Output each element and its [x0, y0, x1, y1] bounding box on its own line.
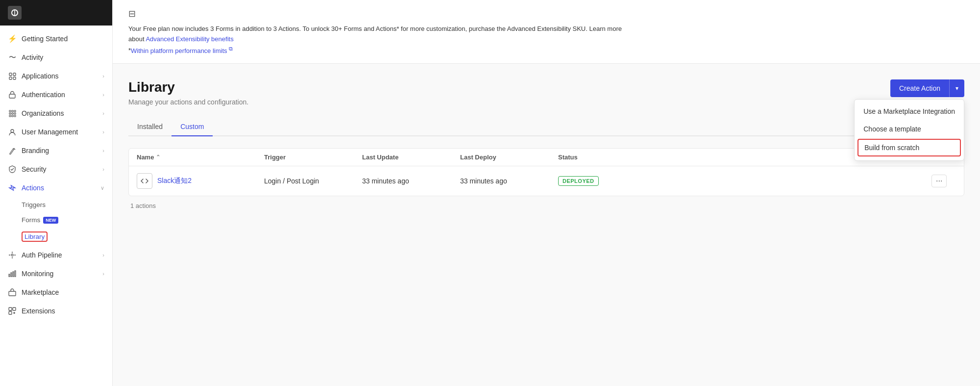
perf-link-text: Within platform performance limits	[131, 47, 227, 54]
page-title-group: Library Manage your actions and configur…	[128, 79, 248, 106]
sidebar-label-activity: Activity	[22, 53, 43, 61]
actions-count: 1 actions	[128, 202, 964, 209]
chevron-actions-icon: ∨	[100, 185, 104, 191]
svg-point-16	[11, 129, 14, 132]
chevron-organizations-icon: ›	[102, 110, 104, 116]
svg-rect-18	[9, 274, 10, 277]
auth-pipeline-icon	[8, 251, 17, 259]
user-management-icon	[8, 128, 17, 136]
svg-rect-9	[14, 110, 16, 112]
sidebar-label-marketplace: Marketplace	[22, 288, 59, 296]
table-row: Slack通知2 Login / Post Login 33 minutes a…	[129, 166, 964, 196]
sidebar-item-security[interactable]: Security ›	[0, 160, 112, 179]
chevron-auth-pipeline-icon: ›	[102, 252, 104, 258]
sidebar-item-monitoring[interactable]: Monitoring ›	[0, 264, 112, 283]
sidebar-item-extensions[interactable]: Extensions	[0, 302, 112, 320]
sidebar-item-organizations[interactable]: Organizations ›	[0, 104, 112, 123]
sidebar-item-user-management[interactable]: User Management ›	[0, 123, 112, 141]
performance-limits-link[interactable]: Within platform performance limits ⧉	[131, 47, 233, 54]
create-action-caret-button[interactable]: ▾	[949, 79, 964, 97]
page-body: Library Manage your actions and configur…	[113, 64, 980, 386]
svg-rect-20	[13, 272, 14, 277]
sidebar-label-monitoring: Monitoring	[22, 270, 53, 278]
code-icon	[137, 173, 152, 189]
sidebar-logo	[8, 6, 22, 20]
action-name-link[interactable]: Slack通知2	[157, 177, 192, 185]
sidebar-item-getting-started[interactable]: ⚡ Getting Started	[0, 29, 112, 48]
external-link-icon: ⧉	[229, 45, 233, 51]
svg-rect-7	[9, 110, 11, 112]
svg-point-17	[11, 254, 13, 256]
sidebar-item-branding[interactable]: Branding ›	[0, 141, 112, 160]
row-menu-button[interactable]: ···	[931, 175, 947, 187]
sidebar-item-auth-pipeline[interactable]: Auth Pipeline ›	[0, 246, 112, 264]
chevron-security-icon: ›	[102, 166, 104, 172]
dropdown-item-marketplace-integration[interactable]: Use a Marketplace Integration	[855, 103, 964, 120]
action-last-deploy: 33 minutes ago	[460, 177, 558, 185]
sidebar-sub-label-library: Library	[24, 233, 45, 240]
extensions-icon	[8, 307, 17, 315]
sidebar-label-applications: Applications	[22, 72, 59, 80]
col-name-label: Name	[137, 154, 154, 161]
page-subtitle: Manage your actions and configuration.	[128, 98, 248, 106]
create-action-dropdown: Use a Marketplace Integration Choose a t…	[854, 99, 964, 161]
advanced-extensibility-link[interactable]: Advanced Extensibility benefits	[146, 35, 233, 43]
sidebar-item-authentication[interactable]: Authentication ›	[0, 85, 112, 104]
banner-icon: ⊟	[128, 7, 964, 21]
page-title: Library	[128, 79, 248, 95]
chevron-applications-icon: ›	[102, 73, 104, 79]
lock-icon	[8, 90, 17, 99]
library-label-wrapper: Library	[22, 232, 48, 242]
sidebar-item-actions[interactable]: Actions ∨	[0, 179, 112, 197]
svg-rect-15	[14, 115, 16, 117]
lightning-icon: ⚡	[8, 34, 17, 43]
sidebar-label-organizations: Organizations	[22, 109, 64, 117]
action-menu-cell: ···	[931, 175, 956, 187]
sidebar-label-authentication: Authentication	[22, 91, 65, 99]
create-action-button[interactable]: Create Action	[890, 79, 949, 97]
sidebar-label-security: Security	[22, 165, 47, 173]
chevron-monitoring-icon: ›	[102, 271, 104, 277]
svg-rect-6	[9, 94, 15, 98]
svg-rect-14	[12, 115, 13, 117]
chevron-branding-icon: ›	[102, 148, 104, 154]
sidebar-sub-label-forms: Forms	[22, 216, 40, 224]
svg-rect-13	[9, 115, 11, 117]
svg-rect-10	[9, 113, 11, 114]
activity-icon: 〜	[8, 53, 17, 62]
library-tabs: Installed Custom	[128, 118, 964, 136]
svg-rect-23	[9, 308, 12, 310]
sort-icon-name[interactable]: ⌃	[156, 154, 160, 160]
sidebar-label-auth-pipeline: Auth Pipeline	[22, 251, 62, 259]
status-badge: DEPLOYED	[558, 176, 599, 186]
sidebar-label-branding: Branding	[22, 147, 49, 154]
sidebar-nav: ⚡ Getting Started 〜 Activity Application…	[0, 26, 112, 386]
branding-icon	[8, 146, 17, 155]
sidebar-item-activity[interactable]: 〜 Activity	[0, 48, 112, 67]
applications-icon	[8, 72, 17, 80]
svg-rect-22	[9, 291, 16, 296]
svg-rect-19	[11, 273, 12, 277]
svg-rect-12	[14, 113, 16, 114]
sidebar-sub-item-library[interactable]: Library	[0, 228, 112, 246]
action-status-cell: DEPLOYED	[558, 176, 931, 186]
banner-text: Your Free plan now includes 3 Forms in a…	[128, 24, 964, 34]
actions-table: Name ⌃ Trigger Last Update Last Deploy S…	[128, 148, 964, 196]
dropdown-item-choose-template[interactable]: Choose a template	[855, 120, 964, 138]
banner-text-main: Your Free plan now includes 3 Forms in a…	[128, 25, 622, 32]
sidebar-sub-item-forms[interactable]: Forms NEW	[0, 212, 112, 228]
sidebar: ⚡ Getting Started 〜 Activity Application…	[0, 0, 113, 386]
sidebar-item-marketplace[interactable]: Marketplace	[0, 283, 112, 302]
dropdown-item-build-from-scratch[interactable]: Build from scratch	[858, 139, 961, 156]
sidebar-sub-item-triggers[interactable]: Triggers	[0, 197, 112, 212]
sidebar-item-applications[interactable]: Applications ›	[0, 67, 112, 85]
svg-rect-24	[13, 308, 16, 310]
column-header-last-deploy: Last Deploy	[460, 154, 558, 161]
svg-rect-4	[9, 77, 12, 79]
sidebar-label-actions: Actions	[22, 184, 44, 192]
main-content: ⊟ Your Free plan now includes 3 Forms in…	[113, 0, 980, 386]
tab-installed[interactable]: Installed	[128, 118, 172, 136]
sidebar-top-bar	[0, 0, 112, 26]
tab-custom[interactable]: Custom	[172, 118, 213, 136]
info-banner: ⊟ Your Free plan now includes 3 Forms in…	[113, 0, 980, 64]
